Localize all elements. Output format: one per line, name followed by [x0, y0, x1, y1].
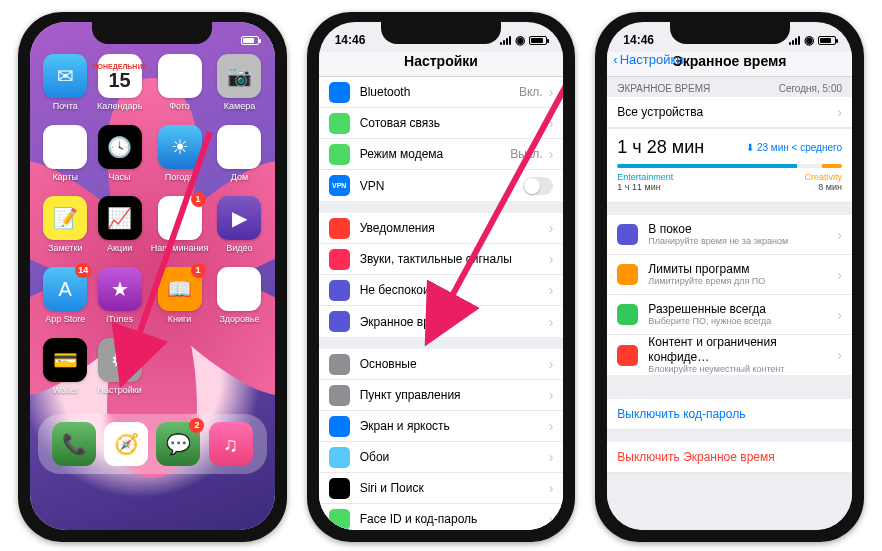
app-Здоровье[interactable]: ♥︎Здоровье	[216, 267, 262, 324]
app-label: Погода	[165, 172, 195, 182]
settings-row-Siri и Поиск[interactable]: Siri и Поиск›	[319, 473, 564, 504]
row-icon	[329, 144, 350, 165]
app-icon: ≣1	[158, 196, 202, 240]
app-iTunes[interactable]: ★iTunes	[96, 267, 142, 324]
switch[interactable]	[523, 177, 553, 195]
chevron-right-icon: ›	[549, 480, 554, 496]
chevron-right-icon: ›	[549, 84, 554, 100]
settings-row-Сотовая связь[interactable]: Сотовая связь›	[319, 108, 564, 139]
settings-row-Face ID и код-пароль[interactable]: Face ID и код-пароль›	[319, 504, 564, 530]
app-Календарь[interactable]: ПОНЕДЕЛЬНИК15Календарь	[96, 54, 142, 111]
row-icon	[617, 224, 638, 245]
usage-total: 1 ч 28 мин	[617, 137, 704, 158]
signal-icon	[789, 36, 800, 45]
option-row-Контент и ограничения конфиде…[interactable]: Контент и ограничения конфиде…Блокируйте…	[607, 335, 852, 375]
settings-row-Экран и яркость[interactable]: Экран и яркость›	[319, 411, 564, 442]
app-icon: ⚙︎1	[98, 338, 142, 382]
settings-row-VPN[interactable]: VPNVPN	[319, 170, 564, 201]
dock-safari[interactable]: 🧭	[104, 422, 148, 466]
app-Карты[interactable]: ➤Карты	[42, 125, 88, 182]
row-label: Пункт управления	[360, 388, 549, 402]
app-label: Календарь	[97, 101, 142, 111]
chevron-right-icon: ›	[549, 115, 554, 131]
settings-row-Bluetooth[interactable]: BluetoothВкл.›	[319, 77, 564, 108]
disable-screen-time-link[interactable]: Выключить Экранное время	[607, 442, 852, 473]
chevron-right-icon: ›	[549, 449, 554, 465]
chevron-right-icon: ›	[549, 511, 554, 527]
chevron-right-icon: ›	[549, 220, 554, 236]
status-time: 14:46	[623, 33, 654, 47]
app-Акции[interactable]: 📈Акции	[96, 196, 142, 253]
nav-title: Экранное время	[673, 53, 787, 69]
row-label: Уведомления	[360, 221, 549, 235]
settings-row-Звуки, тактильные сигналы[interactable]: Звуки, тактильные сигналы›	[319, 244, 564, 275]
disable-passcode-link[interactable]: Выключить код-пароль	[607, 399, 852, 430]
settings-row-Экранное время[interactable]: Экранное время›	[319, 306, 564, 337]
app-Видео[interactable]: ▶︎Видео	[216, 196, 262, 253]
battery-icon	[818, 36, 836, 45]
row-icon	[329, 311, 350, 332]
app-Фото[interactable]: ✿Фото	[151, 54, 208, 111]
battery-icon	[529, 36, 547, 45]
row-icon	[329, 218, 350, 239]
phone-screen-time: 14:46 ◉ ‹Настройки Экранное время ЭКРАНН…	[595, 12, 864, 542]
row-icon	[329, 280, 350, 301]
row-label: Bluetooth	[360, 85, 519, 99]
app-label: Акции	[107, 243, 132, 253]
settings-row-Пункт управления[interactable]: Пункт управления›	[319, 380, 564, 411]
chevron-right-icon: ›	[837, 227, 842, 243]
row-label: Контент и ограничения конфиде…Блокируйте…	[648, 335, 837, 375]
app-icon: 📷	[217, 54, 261, 98]
dock-phone[interactable]: 📞	[52, 422, 96, 466]
app-label: iTunes	[106, 314, 133, 324]
dock-messages[interactable]: 💬2	[156, 422, 200, 466]
row-value: Вкл.	[519, 85, 543, 99]
battery-icon	[241, 36, 259, 45]
chevron-left-icon: ‹	[613, 52, 617, 67]
row-icon	[329, 447, 350, 468]
settings-row-Уведомления[interactable]: Уведомления›	[319, 213, 564, 244]
phone-settings: 14:46 ◉ Настройки BluetoothВкл.›Сотовая …	[307, 12, 576, 542]
option-row-Разрешенные всегда[interactable]: Разрешенные всегдаВыберите ПО, нужное вс…	[607, 295, 852, 335]
settings-row-Не беспокоить[interactable]: Не беспокоить›	[319, 275, 564, 306]
all-devices-row[interactable]: Все устройства ›	[607, 97, 852, 128]
dock-music[interactable]: ♫	[209, 422, 253, 466]
row-icon	[329, 509, 350, 530]
app-Настройки[interactable]: ⚙︎1Настройки	[96, 338, 142, 395]
row-label: Сотовая связь	[360, 116, 549, 130]
settings-row-Основные[interactable]: Основные›	[319, 349, 564, 380]
option-row-Лимиты программ[interactable]: Лимиты программЛимитируйте время для ПО›	[607, 255, 852, 295]
usage-summary[interactable]: 1 ч 28 мин ⬇23 мин < среднего Entertainm…	[607, 128, 852, 203]
app-Камера[interactable]: 📷Камера	[216, 54, 262, 111]
app-Напоминания[interactable]: ≣1Напоминания	[151, 196, 208, 253]
chevron-right-icon: ›	[549, 387, 554, 403]
app-Книги[interactable]: 📖1Книги	[151, 267, 208, 324]
app-label: Напоминания	[151, 243, 208, 253]
badge: 1	[191, 192, 206, 207]
app-Wallet[interactable]: 💳Wallet	[42, 338, 88, 395]
app-Дом[interactable]: ⌂Дом	[216, 125, 262, 182]
app-icon: ✉︎	[43, 54, 87, 98]
home-grid: ✉︎ПочтаПОНЕДЕЛЬНИК15Календарь✿Фото📷Камер…	[30, 52, 275, 397]
app-Погода[interactable]: ☀︎Погода	[151, 125, 208, 182]
app-label: App Store	[45, 314, 85, 324]
back-button[interactable]: ‹Настройки	[613, 52, 683, 67]
row-icon	[329, 354, 350, 375]
app-label: Почта	[53, 101, 78, 111]
option-row-В покое[interactable]: В покоеПланируйте время не за экраном›	[607, 215, 852, 255]
row-label: VPN	[360, 179, 524, 193]
nav-bar: Настройки	[319, 52, 564, 77]
row-icon	[617, 304, 638, 325]
settings-row-Обои[interactable]: Обои›	[319, 442, 564, 473]
settings-row-Режим модема[interactable]: Режим модемаВыкл.›	[319, 139, 564, 170]
chevron-right-icon: ›	[549, 314, 554, 330]
row-label: Не беспокоить	[360, 283, 549, 297]
app-Часы[interactable]: 🕓Часы	[96, 125, 142, 182]
app-label: Видео	[226, 243, 252, 253]
app-App Store[interactable]: A14App Store	[42, 267, 88, 324]
section-header: ЭКРАННОЕ ВРЕМЯ Сегодня, 5:00	[607, 77, 852, 97]
settings-list[interactable]: BluetoothВкл.›Сотовая связь›Режим модема…	[319, 77, 564, 530]
wifi-icon: ◉	[515, 33, 525, 47]
app-Заметки[interactable]: 📝Заметки	[42, 196, 88, 253]
app-Почта[interactable]: ✉︎Почта	[42, 54, 88, 111]
